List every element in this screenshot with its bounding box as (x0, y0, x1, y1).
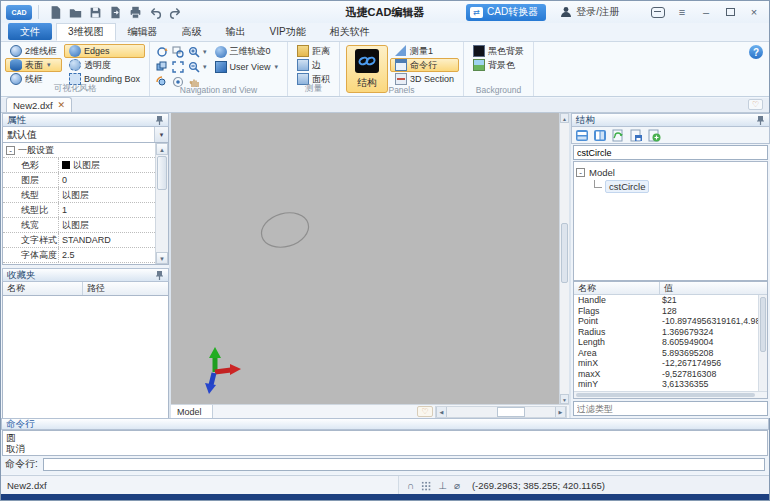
property-grid-scrollbar[interactable]: ▲ ▼ (155, 143, 168, 264)
drawing-canvas[interactable] (171, 113, 559, 404)
save-button[interactable] (85, 3, 105, 21)
collapse-icon[interactable]: - (576, 168, 585, 177)
table-horizontal-scrollbar[interactable] (574, 391, 767, 398)
scrollbar-thumb[interactable] (760, 297, 766, 352)
table-row[interactable]: Flags128 (574, 306, 758, 317)
scroll-up-icon[interactable]: ▲ (156, 143, 168, 155)
cad-converter-button[interactable]: ⇄ CAD转换器 (466, 4, 546, 21)
zoom-extents-button[interactable] (171, 60, 185, 73)
property-row[interactable]: 线型 以图层 (3, 188, 155, 203)
table-row[interactable]: Length8.605949004 (574, 337, 758, 348)
open-file-button[interactable] (65, 3, 85, 21)
btn-background-color[interactable]: 背景色 (468, 58, 529, 72)
minimize-button[interactable]: – (695, 4, 717, 21)
tree-node-model[interactable]: - Model (576, 165, 765, 179)
tab-advanced[interactable]: 高级 (170, 23, 214, 41)
col-name-header[interactable]: 名称 (574, 282, 660, 294)
btn-transparency[interactable]: 透明度 (64, 58, 145, 72)
scrollbar-thumb[interactable] (576, 393, 755, 397)
table-row[interactable]: Point-10.8974956319161,4.98 (574, 316, 758, 327)
command-history[interactable]: 圆 取消 (2, 430, 768, 456)
scrollbar-thumb[interactable] (561, 223, 568, 283)
property-row[interactable]: 线宽 以图层 (3, 218, 155, 233)
btn-command-line-panel[interactable]: 命令行 (390, 58, 459, 72)
property-row[interactable]: 图层 0 (3, 173, 155, 188)
property-row[interactable]: 字体高度 2.5 (3, 248, 155, 263)
btn-distance[interactable]: 距离 (292, 44, 335, 58)
scroll-up-icon[interactable]: ▲ (560, 113, 569, 123)
scroll-down-icon[interactable]: ▼ (560, 394, 569, 404)
tree-node-cstcircle[interactable]: cstCircle (590, 179, 765, 193)
export-structure-button[interactable] (647, 129, 661, 142)
redo-button[interactable] (165, 3, 185, 21)
filter-type-input[interactable] (573, 401, 768, 416)
tab-related-software[interactable]: 相关软件 (318, 23, 382, 41)
new-file-button[interactable] (45, 3, 65, 21)
close-button[interactable]: × (743, 4, 765, 21)
canvas-vertical-scrollbar[interactable]: ▲ ▼ (559, 113, 569, 404)
tab-3d-view[interactable]: 3维视图 (56, 23, 116, 41)
btn-black-background[interactable]: 黑色背景 (468, 44, 529, 58)
close-tab-icon[interactable]: ✕ (58, 100, 66, 110)
tab-vip[interactable]: VIP功能 (258, 23, 318, 41)
tab-editor[interactable]: 编辑器 (116, 23, 170, 41)
table-vertical-scrollbar[interactable] (758, 295, 767, 391)
btn-user-view[interactable]: User View▾ (210, 60, 283, 74)
pin-icon[interactable] (756, 115, 765, 126)
btn-3d-orbit[interactable]: 三维轨迹0 (210, 45, 276, 59)
polar-toggle[interactable]: ⌀ (454, 480, 460, 491)
grid-toggle[interactable] (421, 481, 431, 491)
scrollbar-thumb[interactable] (157, 156, 167, 190)
scrollbar-thumb[interactable] (497, 407, 525, 417)
table-row[interactable]: minY3,61336355 (574, 379, 758, 390)
favorites-col-name[interactable]: 名称 (3, 282, 83, 295)
command-input[interactable] (43, 458, 765, 471)
scrollbar-track[interactable] (447, 407, 555, 417)
btn-surface[interactable]: 表面▾ (5, 58, 62, 72)
scroll-left-icon[interactable]: ◀ (436, 407, 447, 417)
save-structure-button[interactable] (629, 129, 643, 142)
structure-search-input[interactable] (573, 145, 768, 160)
favorites-list[interactable] (2, 296, 169, 420)
table-row[interactable]: Handle$21 (574, 295, 758, 306)
osnap-toggle[interactable]: ∩ (407, 480, 414, 491)
table-row[interactable]: Area5.893695208 (574, 348, 758, 359)
split-vertical-button[interactable] (593, 129, 607, 142)
split-horizontal-button[interactable] (575, 129, 589, 142)
tab-file[interactable]: 文件 (8, 23, 52, 40)
btn-3d-section[interactable]: 3D Section (390, 72, 459, 86)
login-register-button[interactable]: 登录/注册 (560, 5, 619, 19)
table-row[interactable]: maxX-9,527816308 (574, 369, 758, 380)
refresh-structure-button[interactable] (611, 129, 625, 142)
property-row[interactable]: 线型比 1 (3, 203, 155, 218)
document-tab[interactable]: New2.dxf ✕ (6, 97, 72, 112)
zoom-in-button[interactable] (187, 45, 201, 58)
favorites-col-path[interactable]: 路径 (83, 282, 168, 295)
maximize-button[interactable] (719, 4, 741, 21)
print-button[interactable] (125, 3, 145, 21)
col-value-header[interactable]: 值 (660, 282, 767, 294)
zoom-window-button[interactable] (171, 45, 185, 58)
table-row[interactable]: Radius1.369679324 (574, 327, 758, 338)
preset-combobox[interactable]: 默认值 ▾ (2, 127, 169, 143)
layout-options-button[interactable]: ♡ (417, 406, 433, 417)
menu-button[interactable]: ≡ (671, 4, 693, 21)
undo-button[interactable] (145, 3, 165, 21)
export-button[interactable] (105, 3, 125, 21)
help-button[interactable]: ? (749, 45, 763, 59)
pin-icon[interactable] (155, 270, 164, 281)
pin-icon[interactable] (155, 115, 164, 126)
scroll-right-icon[interactable]: ▶ (555, 407, 566, 417)
property-row[interactable]: 色彩 以图层 (3, 158, 155, 173)
collapse-icon[interactable]: - (6, 146, 15, 155)
ortho-toggle[interactable]: ⊥ (438, 480, 447, 491)
tab-output[interactable]: 输出 (214, 23, 258, 41)
btn-edge[interactable]: 边 (292, 58, 335, 72)
orbit-button[interactable] (155, 45, 169, 58)
scroll-down-icon[interactable]: ▼ (156, 252, 168, 264)
combo-dropdown-button[interactable]: ▾ (154, 127, 168, 142)
property-row[interactable]: 文字样式 STANDARD (3, 233, 155, 248)
canvas-horizontal-scrollbar[interactable]: ◀ ▶ (435, 406, 567, 418)
btn-2d-wireframe[interactable]: 2维线框 (5, 44, 62, 58)
zoom-out-button[interactable] (187, 60, 201, 73)
